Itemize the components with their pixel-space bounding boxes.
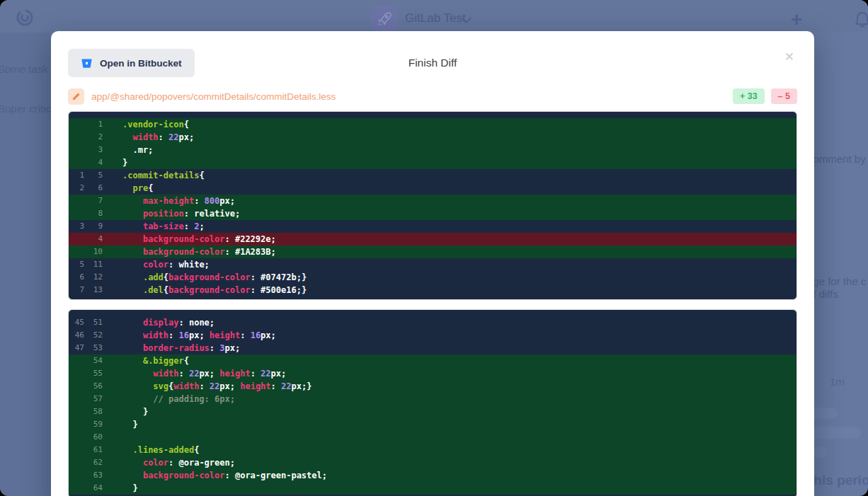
diff-row: 26 pre{ bbox=[69, 182, 796, 195]
open-in-bitbucket-button[interactable]: Open in Bitbucket bbox=[68, 49, 195, 77]
diff-row: 8 position: relative; bbox=[69, 207, 796, 220]
line-number-new: 8 bbox=[87, 207, 105, 220]
line-number-new: 62 bbox=[87, 456, 105, 469]
diff-row: 1.vendor-icon{ bbox=[69, 118, 796, 131]
diff-block-top[interactable]: 1.vendor-icon{2 width: 22px;3 .mr;4}15.c… bbox=[68, 111, 797, 300]
code-line: tab-size: 2; bbox=[105, 220, 205, 233]
bitbucket-icon bbox=[81, 57, 93, 69]
diff-row: 58 } bbox=[69, 405, 796, 418]
diff-row: 4} bbox=[69, 156, 796, 169]
line-number-old: 47 bbox=[69, 342, 87, 354]
top-bar: GitLab Test + bbox=[0, 0, 868, 33]
line-number-new: 58 bbox=[87, 405, 105, 418]
line-number-new: 12 bbox=[87, 271, 105, 284]
line-number-old bbox=[69, 393, 87, 405]
code-line: width: 22px; height: 22px; bbox=[105, 367, 286, 380]
diff-row: 10 background-color: #1A283B; bbox=[69, 246, 796, 258]
line-number-new: 11 bbox=[87, 258, 105, 271]
code-line: .mr; bbox=[105, 144, 153, 156]
diff-row: 62 color: @ora-green; bbox=[69, 456, 796, 469]
line-number-new: 51 bbox=[87, 316, 105, 329]
workspace-icon[interactable] bbox=[371, 6, 398, 33]
line-number-new: 2 bbox=[87, 131, 105, 144]
code-line: } bbox=[105, 156, 127, 169]
diff-row: 511 color: white; bbox=[69, 258, 796, 271]
line-number-new: 59 bbox=[87, 418, 105, 431]
code-line: } bbox=[105, 405, 148, 418]
code-line: width: 16px; height: 16px; bbox=[105, 329, 276, 342]
line-number-new: 10 bbox=[87, 246, 105, 258]
line-number-new: 4 bbox=[87, 156, 105, 169]
line-number-old bbox=[69, 131, 87, 144]
task-item[interactable]: Some task bbox=[0, 63, 48, 75]
line-number-new: 52 bbox=[87, 329, 105, 342]
line-number-old: 46 bbox=[69, 329, 87, 342]
project-title[interactable]: GitLab Test bbox=[405, 11, 466, 25]
line-number-old bbox=[69, 156, 87, 169]
task-item[interactable]: Super critica bbox=[0, 103, 57, 115]
code-line: // padding: 6px; bbox=[105, 393, 235, 405]
code-line: border-radius: 3px; bbox=[105, 342, 240, 354]
line-number-old bbox=[69, 444, 87, 456]
diff-row: 713 .del{background-color: #500e16;} bbox=[69, 284, 796, 296]
line-number-new: 53 bbox=[87, 342, 105, 354]
line-number-new: 3 bbox=[87, 144, 105, 156]
line-number-new: 6 bbox=[87, 182, 105, 195]
diff-row: 57 // padding: 6px; bbox=[69, 393, 796, 405]
diff-row: 61 .lines-added{ bbox=[69, 444, 796, 456]
line-number-new: 5 bbox=[87, 169, 105, 182]
line-number-new: 56 bbox=[87, 380, 105, 393]
line-number-old: 3 bbox=[69, 220, 87, 233]
line-number-old bbox=[69, 456, 87, 469]
code-line: .commit-details{ bbox=[105, 169, 205, 182]
line-number-old bbox=[69, 482, 87, 495]
file-header: app/@shared/popovers/commitDetails/commi… bbox=[68, 88, 797, 105]
diff-row: 4 background-color: #22292e; bbox=[69, 233, 796, 246]
line-number-old bbox=[69, 431, 87, 444]
diff-row: 2 width: 22px; bbox=[69, 131, 796, 144]
code-line: color: white; bbox=[105, 258, 210, 271]
diff-row: 4551 display: none; bbox=[69, 316, 796, 329]
code-line: } bbox=[105, 482, 138, 495]
line-number-old: 1 bbox=[69, 169, 87, 182]
app-window: GitLab Test + Some task Super critica co… bbox=[0, 0, 868, 496]
diff-row: 7 max-height: 800px; bbox=[69, 195, 796, 207]
diff-row: 3 .mr; bbox=[69, 144, 796, 156]
finish-diff-modal: Open in Bitbucket Finish Diff ✕ app/@sha… bbox=[51, 31, 814, 496]
edit-icon-tile bbox=[68, 88, 84, 105]
modal-title: Finish Diff bbox=[409, 57, 457, 69]
line-number-old bbox=[69, 118, 87, 131]
diff-row: 54 &.bigger{ bbox=[69, 354, 796, 367]
line-number-new: 54 bbox=[87, 354, 105, 367]
code-line: pre{ bbox=[105, 182, 153, 195]
line-number-new: 9 bbox=[87, 220, 105, 233]
modal-header: Open in Bitbucket Finish Diff ✕ bbox=[68, 49, 797, 77]
diff-row: 56 svg{width: 22px; height: 22px;} bbox=[69, 380, 796, 393]
deletions-badge: – 5 bbox=[771, 88, 797, 104]
code-line: position: relative; bbox=[105, 207, 240, 220]
add-icon[interactable]: + bbox=[791, 10, 802, 30]
line-number-old bbox=[69, 469, 87, 482]
close-icon[interactable]: ✕ bbox=[784, 51, 794, 63]
code-line: svg{width: 22px; height: 22px;} bbox=[105, 380, 312, 393]
diff-row: 39 tab-size: 2; bbox=[69, 220, 796, 233]
line-number-old bbox=[69, 380, 87, 393]
diff-block-bottom[interactable]: 4551 display: none;4652 width: 16px; hei… bbox=[68, 309, 797, 496]
code-line: .add{background-color: #07472b;} bbox=[105, 271, 307, 284]
line-number-new: 60 bbox=[87, 431, 105, 444]
line-number-old bbox=[69, 367, 87, 380]
code-line: width: 22px; bbox=[105, 131, 194, 144]
line-number-old: 5 bbox=[69, 258, 87, 271]
code-line: .vendor-icon{ bbox=[105, 118, 189, 131]
line-number-old bbox=[69, 207, 87, 220]
line-number-new: 13 bbox=[87, 284, 105, 296]
bg-page-text: age for the c bbox=[807, 275, 866, 287]
file-path: app/@shared/popovers/commitDetails/commi… bbox=[91, 91, 733, 102]
rocket-icon bbox=[377, 11, 392, 27]
line-number-new: 1 bbox=[87, 118, 105, 131]
line-number-old: 45 bbox=[69, 316, 87, 329]
bell-icon[interactable] bbox=[854, 11, 868, 29]
diff-row: 4753 border-radius: 3px; bbox=[69, 342, 796, 354]
app-logo-icon bbox=[16, 8, 34, 27]
line-number-old bbox=[69, 233, 87, 246]
